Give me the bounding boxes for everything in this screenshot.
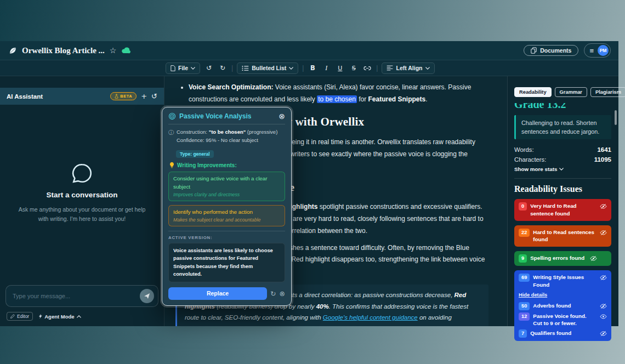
sub-issue-adverbs[interactable]: 50 Adverbs found xyxy=(519,302,607,310)
send-message-button[interactable] xyxy=(140,289,154,303)
undo-button[interactable]: ↺ xyxy=(204,62,214,74)
chat-bubble-icon xyxy=(71,162,94,185)
google-guidance-link[interactable]: Google's helpful content guidance xyxy=(323,314,418,321)
bullet-text: for xyxy=(357,95,368,103)
favorite-star-icon[interactable]: ☆ xyxy=(110,46,117,55)
ai-input-area xyxy=(0,281,164,309)
tab-plagiarism[interactable]: Plagiarism xyxy=(590,87,625,97)
ai-assistant-title: AI Assistant xyxy=(7,93,106,100)
chat-message-input[interactable] xyxy=(5,285,158,307)
desktop-background: Orwellix Blog Article ... ☆ Documents ≡ … xyxy=(0,0,625,364)
chevron-down-icon xyxy=(191,67,195,70)
link-button[interactable] xyxy=(362,62,372,74)
ai-footer: Editor Agent Mode xyxy=(0,309,164,326)
active-version-label: ACTIVE VERSION: xyxy=(168,235,285,240)
stat-words-value: 1641 xyxy=(597,146,611,153)
editor-context-label: Editor xyxy=(17,314,29,319)
eye-slash-icon[interactable] xyxy=(600,203,607,210)
eye-slash-icon[interactable] xyxy=(600,330,607,337)
file-menu-button[interactable]: File xyxy=(166,62,200,74)
sub-issue-passive-voice[interactable]: 12 Passive Voice found. Cut to 9 or fewe… xyxy=(519,312,607,327)
italic-button[interactable]: I xyxy=(321,62,331,74)
eye-slash-icon[interactable] xyxy=(600,274,607,281)
align-menu-label: Left Align xyxy=(396,65,422,71)
documents-icon xyxy=(531,47,537,54)
ai-assistant-header: AI Assistant BETA + ↺ xyxy=(0,88,164,105)
beta-badge-label: BETA xyxy=(120,94,132,99)
tab-readability[interactable]: Readability xyxy=(514,87,552,97)
underline-button[interactable]: U xyxy=(335,62,345,74)
file-menu-label: File xyxy=(178,65,188,71)
agent-mode-toggle[interactable]: Agent Mode xyxy=(38,314,81,320)
replace-button[interactable]: Replace xyxy=(168,287,267,300)
cloud-sync-icon xyxy=(121,47,130,54)
user-menu[interactable]: ≡ PM xyxy=(584,43,611,58)
ai-empty-state: Start a conversation Ask me anything abo… xyxy=(0,105,164,281)
strikethrough-button[interactable]: S xyxy=(349,62,359,74)
panel-scrollbar[interactable] xyxy=(615,110,617,125)
chevron-up-icon xyxy=(77,315,81,318)
issue-count: 69 xyxy=(519,274,530,282)
active-version-text: Voice assistants are less likely to choo… xyxy=(168,243,285,282)
eye-slash-icon[interactable] xyxy=(600,229,607,236)
lightbulb-icon xyxy=(169,162,174,168)
bulleted-list-button[interactable]: Bulleted List xyxy=(237,62,298,74)
show-more-stats-link[interactable]: Show more stats xyxy=(514,166,611,172)
bulleted-list-label: Bulleted List xyxy=(252,65,286,71)
new-chat-button[interactable]: + xyxy=(141,92,147,100)
editor-context-chip[interactable]: Editor xyxy=(7,312,33,321)
chat-history-button[interactable]: ↺ xyxy=(151,92,157,100)
issue-count: 0 xyxy=(519,202,527,211)
eye-icon[interactable] xyxy=(600,313,607,320)
tab-grammar[interactable]: Grammar xyxy=(555,87,587,97)
chevron-down-icon xyxy=(289,67,293,70)
issue-card-very-hard[interactable]: 0 Very Hard to Read sentence found xyxy=(514,199,611,220)
readability-panel: Readability Grammar Plagiarism Grade 13.… xyxy=(507,76,618,326)
popup-close-button[interactable]: ⊗ xyxy=(279,112,285,120)
issue-label: Spelling errors found xyxy=(530,254,584,262)
documents-button-label: Documents xyxy=(540,47,571,54)
issue-card-writing-style[interactable]: 69 Writing Style Issues Found Hide detai… xyxy=(514,270,611,341)
bullet-bold-lead: Voice Search Optimization: xyxy=(189,83,273,91)
issue-label: Hard to Read sentences found xyxy=(533,229,596,243)
pencil-icon xyxy=(10,314,15,318)
suggestion-identify-actor[interactable]: Identify who performed the action Makes … xyxy=(168,205,285,226)
construction-info: ⓘ Construction: "to be chosen" (progress… xyxy=(168,128,285,144)
grade-score: Grade 13.2 xyxy=(514,103,611,111)
show-more-stats-label: Show more stats xyxy=(514,166,557,172)
issue-count: 9 xyxy=(519,254,527,263)
redo-button[interactable]: ↻ xyxy=(218,62,228,74)
sub-issue-count: 7 xyxy=(519,329,527,338)
stat-characters-label: Characters: xyxy=(514,156,546,163)
align-left-icon xyxy=(387,65,393,71)
hide-details-link[interactable]: Hide details xyxy=(519,292,607,299)
eye-slash-icon[interactable] xyxy=(600,303,607,310)
document-title[interactable]: Orwellix Blog Article ... xyxy=(22,46,105,55)
passive-voice-highlight[interactable]: to be chosen xyxy=(317,95,357,103)
ai-empty-title: Start a conversation xyxy=(47,191,118,199)
documents-button[interactable]: Documents xyxy=(524,45,578,56)
align-menu-button[interactable]: Left Align xyxy=(382,62,434,74)
sub-issue-label: Passive Voice found. Cut to 9 or fewer. xyxy=(533,312,596,327)
issue-label: Very Hard to Read sentence found xyxy=(530,202,596,217)
paper-plane-icon xyxy=(144,293,150,299)
sub-issue-qualifiers[interactable]: 7 Qualifiers found xyxy=(519,329,607,338)
bullet-text: . xyxy=(425,95,427,103)
agent-mode-label: Agent Mode xyxy=(44,314,74,320)
quill-logo-icon xyxy=(9,47,17,55)
dismiss-icon-button[interactable]: ⊗ xyxy=(280,289,285,298)
issue-card-spelling[interactable]: 9 Spelling errors found xyxy=(514,251,611,266)
info-icon: ⓘ xyxy=(168,128,174,144)
readability-issues-title: Readability Issues xyxy=(514,184,611,194)
stat-characters: Characters: 11095 xyxy=(514,156,611,163)
suggestion-active-voice[interactable]: Consider using active voice with a clear… xyxy=(168,172,285,201)
chevron-down-icon xyxy=(425,67,430,70)
eye-slash-icon[interactable] xyxy=(590,255,597,262)
stat-words: Words: 1641 xyxy=(514,146,611,153)
construction-value: "to be chosen" xyxy=(209,129,246,135)
issue-card-hard[interactable]: 22 Hard to Read sentences found xyxy=(514,225,611,247)
regenerate-icon-button[interactable]: ↻ xyxy=(270,289,276,298)
sub-issue-count: 12 xyxy=(519,312,530,321)
app-header: Orwellix Blog Article ... ☆ Documents ≡ … xyxy=(0,41,618,60)
bold-button[interactable]: B xyxy=(308,62,317,74)
